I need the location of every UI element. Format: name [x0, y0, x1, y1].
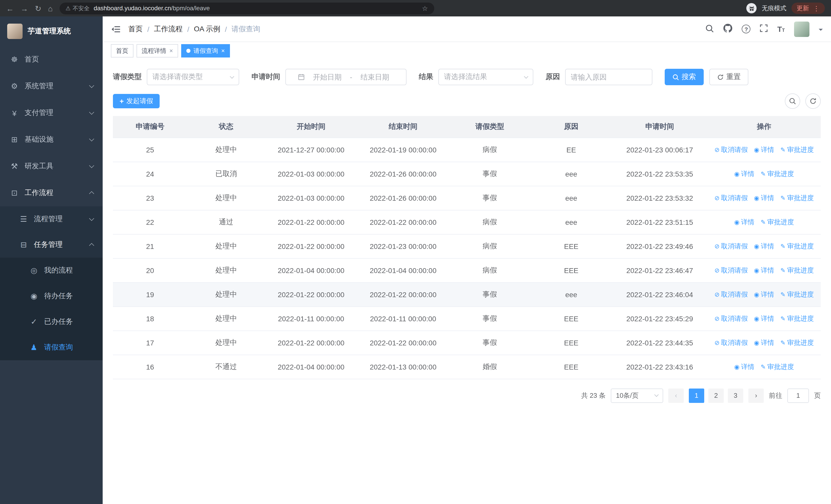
dashboard-icon: ☸ [9, 55, 20, 64]
progress-action-link[interactable]: ✎审批进度 [761, 217, 794, 227]
progress-action-link[interactable]: ✎审批进度 [780, 266, 814, 275]
github-icon[interactable] [723, 24, 733, 34]
breadcrumb-item[interactable]: 首页 [128, 24, 143, 34]
detail-action-link[interactable]: ◉详情 [754, 266, 774, 275]
sidebar-item-workflow[interactable]: ⊡工作流程 [0, 180, 103, 206]
reset-button[interactable]: 重置 [709, 69, 748, 85]
page-size-select[interactable]: 10条/页 [611, 388, 663, 403]
help-icon[interactable]: ? [742, 25, 751, 33]
tags-view-tab[interactable]: 请假查询× [181, 44, 230, 58]
detail-action-link[interactable]: ◉详情 [754, 193, 774, 203]
detail-action-link[interactable]: ◉详情 [754, 145, 774, 154]
sidebar-item-done-tasks[interactable]: ✓已办任务 [0, 309, 103, 335]
sidebar-item-process-management[interactable]: ☰流程管理 [0, 206, 103, 232]
page-button-3[interactable]: 3 [728, 388, 743, 403]
sidebar-item-system-management[interactable]: ⚙系统管理 [0, 73, 103, 99]
end-date-input[interactable] [355, 73, 395, 81]
chevron-up-icon [89, 243, 94, 248]
avatar[interactable] [794, 21, 809, 37]
detail-action-link[interactable]: ◉详情 [754, 290, 774, 299]
reload-button[interactable]: ↻ [35, 4, 41, 12]
detail-action-link[interactable]: ◉详情 [734, 362, 754, 371]
sidebar-item-task-management[interactable]: ⊟任务管理 [0, 232, 103, 258]
home-button[interactable]: ⌂ [48, 4, 53, 12]
progress-icon: ✎ [780, 146, 785, 153]
sidebar-item-dev-tools[interactable]: ⚒研发工具 [0, 153, 103, 180]
refresh-table-button[interactable] [805, 93, 821, 109]
bookmark-star-icon[interactable]: ☆ [422, 4, 428, 12]
table-cell: 22 [113, 210, 188, 234]
chevron-down-icon[interactable] [819, 28, 823, 33]
address-bar[interactable]: ⚠ 不安全 dashboard.yudao.iocoder.cn/bpm/oa/… [59, 2, 434, 14]
table-cell: 处理中 [188, 330, 265, 355]
table-cell: 2022-01-22 23:49:46 [612, 234, 707, 258]
progress-action-link[interactable]: ✎审批进度 [780, 241, 814, 251]
cancel-action-link[interactable]: ⊘取消请假 [715, 314, 748, 323]
leave-type-select[interactable]: 请选择请假类型 [147, 69, 239, 85]
table-cell: EEE [531, 330, 612, 355]
cancel-action-link[interactable]: ⊘取消请假 [715, 338, 748, 347]
page-button-2[interactable]: 2 [708, 388, 724, 403]
close-icon[interactable]: × [221, 47, 225, 54]
progress-action-link[interactable]: ✎审批进度 [761, 169, 794, 178]
detail-action-link[interactable]: ◉详情 [734, 169, 754, 178]
security-status[interactable]: ⚠ 不安全 [65, 4, 90, 12]
sidebar-item-leave-query[interactable]: ♟请假查询 [0, 335, 103, 360]
table-row: 19处理中2022-01-22 00:00:002022-01-22 00:00… [113, 282, 821, 306]
create-leave-button[interactable]: + 发起请假 [113, 94, 160, 108]
progress-icon: ✎ [780, 194, 785, 202]
progress-action-link[interactable]: ✎审批进度 [780, 314, 814, 323]
progress-action-link[interactable]: ✎审批进度 [780, 338, 814, 347]
table-cell: 2022-01-11 00:00:00 [265, 306, 357, 330]
actions-cell: ◉详情✎审批进度 [708, 210, 821, 234]
toggle-search-button[interactable] [785, 93, 800, 109]
tags-view-tab[interactable]: 首页 [111, 44, 134, 58]
search-button[interactable]: 搜索 [665, 69, 704, 85]
browser-menu-icon[interactable]: ⋮ [813, 4, 820, 12]
detail-action-link[interactable]: ◉详情 [754, 241, 774, 251]
breadcrumb-item[interactable]: 工作流程 [154, 24, 183, 34]
sidebar-item-infrastructure[interactable]: ⊞基础设施 [0, 126, 103, 153]
goto-page-input[interactable] [787, 388, 809, 403]
app-logo[interactable]: 芋道管理系统 [0, 17, 103, 46]
date-range-picker[interactable]: - [285, 69, 406, 85]
reason-input[interactable] [565, 69, 652, 85]
close-icon[interactable]: × [169, 47, 173, 54]
forward-button[interactable]: → [21, 4, 28, 12]
start-date-input[interactable] [308, 73, 347, 81]
sidebar-item-my-process[interactable]: ◎我的流程 [0, 258, 103, 283]
result-select[interactable]: 请选择流结果 [438, 69, 533, 85]
progress-action-link[interactable]: ✎审批进度 [780, 145, 814, 154]
sidebar-item-todo-tasks[interactable]: ◉待办任务 [0, 283, 103, 309]
page-button-1[interactable]: 1 [689, 388, 704, 403]
workflow-icon: ⊡ [9, 188, 20, 198]
font-size-icon[interactable]: TT [777, 25, 785, 33]
detail-action-link[interactable]: ◉详情 [734, 217, 754, 227]
progress-action-link[interactable]: ✎审批进度 [780, 290, 814, 299]
back-button[interactable]: ← [6, 4, 14, 12]
sidebar-item-home[interactable]: ☸首页 [0, 46, 103, 73]
collapse-menu-button[interactable] [111, 24, 121, 34]
table-cell: 事假 [449, 162, 531, 186]
detail-action-link[interactable]: ◉详情 [754, 338, 774, 347]
sidebar-item-label: 我的流程 [44, 266, 73, 275]
cancel-action-link[interactable]: ⊘取消请假 [715, 290, 748, 299]
fullscreen-icon[interactable] [760, 24, 768, 34]
sidebar-item-payment-management[interactable]: ¥支付管理 [0, 99, 103, 126]
cancel-action-link[interactable]: ⊘取消请假 [715, 145, 748, 154]
tags-view-tab[interactable]: 流程详情× [137, 44, 178, 58]
sidebar-item-label: 流程管理 [34, 214, 63, 224]
cancel-action-link[interactable]: ⊘取消请假 [715, 241, 748, 251]
update-button[interactable]: 更新 ⋮ [792, 3, 825, 14]
progress-action-link[interactable]: ✎审批进度 [780, 193, 814, 203]
detail-action-link[interactable]: ◉详情 [754, 314, 774, 323]
search-icon[interactable] [706, 24, 714, 34]
cancel-action-link[interactable]: ⊘取消请假 [715, 266, 748, 275]
breadcrumb-item[interactable]: OA 示例 [194, 24, 221, 34]
table-cell: 2022-01-04 00:00:00 [265, 355, 357, 379]
breadcrumb: 首页/工作流程/OA 示例/请假查询 [128, 24, 260, 34]
progress-action-link[interactable]: ✎审批进度 [761, 362, 794, 371]
prev-page-button[interactable]: ‹ [668, 388, 684, 403]
next-page-button[interactable]: › [748, 388, 764, 403]
cancel-action-link[interactable]: ⊘取消请假 [715, 193, 748, 203]
